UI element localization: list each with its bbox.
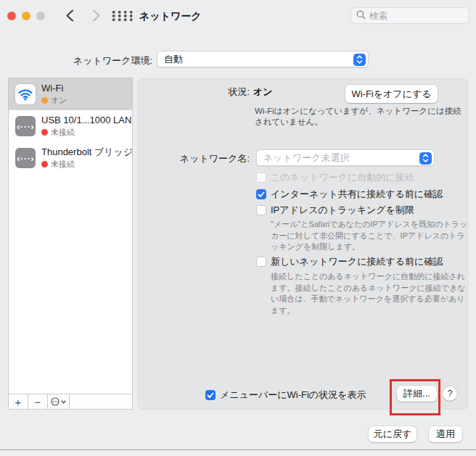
forward-icon	[91, 9, 101, 25]
status-dot-off	[41, 161, 48, 167]
auto-join-checkbox-row[interactable]: このネットワークに自動的に接続	[256, 171, 414, 184]
page-title: ネットワーク	[139, 10, 202, 23]
help-button[interactable]: ?	[443, 386, 457, 401]
search-input[interactable]	[369, 11, 456, 21]
network-name-label: ネットワーク名:	[139, 152, 250, 165]
service-status: 未接続	[51, 159, 75, 169]
back-icon[interactable]	[65, 9, 75, 25]
checkbox-unchecked[interactable]	[256, 257, 266, 267]
service-name: Wi-Fi	[41, 83, 67, 94]
annotation-highlight-box	[390, 379, 440, 415]
revert-button[interactable]: 元に戻す	[369, 426, 416, 442]
ask-join-checkbox-row[interactable]: 新しいネットワークに接続する前に確認	[256, 255, 443, 268]
status-dot-off	[41, 129, 48, 136]
service-name: USB 10/1...1000 LAN	[41, 115, 131, 126]
search-icon	[356, 9, 366, 22]
status-dot-on	[41, 97, 48, 104]
show-all-preferences-icon[interactable]	[112, 11, 134, 24]
service-name: Thunderbolt ブリッジ	[41, 147, 133, 158]
action-menu-button[interactable]	[48, 394, 70, 409]
sidebar-item-thunderbolt-bridge[interactable]: ‹···› Thunderbolt ブリッジ 未接続	[9, 142, 132, 174]
limit-ip-help-text: "メール"とSafariであなたのIPアドレスを既知のトラッカーに対して非公開に…	[271, 219, 468, 253]
status-help-text: Wi-Fiはオンになっていますが、ネットワークには接続されていません。	[255, 106, 469, 128]
ask-join-label: 新しいネットワークに接続する前に確認	[271, 255, 443, 268]
internet-sharing-label: インターネット共有に接続する前に確認	[271, 188, 443, 201]
search-field[interactable]	[350, 7, 469, 24]
sidebar-item-usb-lan[interactable]: ‹···› USB 10/1...1000 LAN 未接続	[9, 110, 132, 142]
minimize-window-button[interactable]	[22, 12, 30, 20]
internet-sharing-checkbox-row[interactable]: インターネット共有に接続する前に確認	[256, 188, 443, 201]
services-sidebar: Wi-Fi オン ‹···› USB 10/1...1000 LAN 未接続 ‹…	[8, 78, 133, 410]
apply-button[interactable]: 適用	[429, 426, 462, 442]
sidebar-toolbar: + −	[9, 394, 132, 409]
status-label: 状況:	[139, 86, 250, 99]
close-window-button[interactable]	[7, 12, 16, 20]
network-name-popup[interactable]: ネットワーク未選択	[256, 149, 435, 166]
environment-value: 自動	[164, 53, 183, 66]
popup-stepper-icon	[419, 152, 432, 165]
checkbox-checked[interactable]	[256, 189, 266, 199]
checkbox-unchecked-disabled	[256, 173, 266, 183]
environment-label: ネットワーク環境:	[0, 54, 152, 67]
add-service-button[interactable]: +	[9, 394, 28, 409]
auto-join-label: このネットワークに自動的に接続	[271, 171, 414, 184]
sidebar-item-wifi[interactable]: Wi-Fi オン	[9, 78, 132, 110]
chevron-down-icon	[61, 400, 66, 404]
network-name-value: ネットワーク未選択	[263, 152, 350, 165]
menubar-label: メニューバーにWi-Fiの状況を表示	[220, 389, 366, 402]
wifi-settings-panel: 状況: オン Wi-Fiをオフにする Wi-Fiはオンになっていますが、ネットワ…	[138, 78, 468, 410]
turn-wifi-off-button[interactable]: Wi-Fiをオフにする	[345, 85, 438, 103]
ethernet-icon: ‹···›	[15, 116, 36, 136]
zoom-window-button-disabled	[36, 12, 45, 20]
popup-stepper-icon	[353, 54, 366, 66]
wifi-icon	[15, 84, 36, 104]
status-value: オン	[253, 86, 273, 99]
sidebar-toolbar-spacer	[70, 394, 132, 409]
ethernet-icon: ‹···›	[15, 148, 36, 168]
ask-join-help-text: 接続したことのあるネットワークに自動的に接続されます。接続したことのあるネットワ…	[271, 271, 469, 316]
checkbox-checked[interactable]	[205, 390, 216, 400]
limit-ip-checkbox-row[interactable]: IPアドレスのトラッキングを制限	[256, 204, 414, 217]
network-preferences-window: ネットワーク ネットワーク環境: 自動	[0, 0, 476, 450]
service-status: オン	[51, 96, 67, 105]
service-status: 未接続	[51, 128, 75, 137]
remove-service-button[interactable]: −	[28, 394, 48, 409]
menubar-checkbox-row[interactable]: メニューバーにWi-Fiの状況を表示	[205, 389, 366, 402]
checkbox-unchecked[interactable]	[256, 205, 266, 215]
title-bar: ネットワーク	[0, 0, 476, 35]
limit-ip-label: IPアドレスのトラッキングを制限	[271, 204, 414, 217]
environment-popup[interactable]: 自動	[157, 51, 369, 67]
